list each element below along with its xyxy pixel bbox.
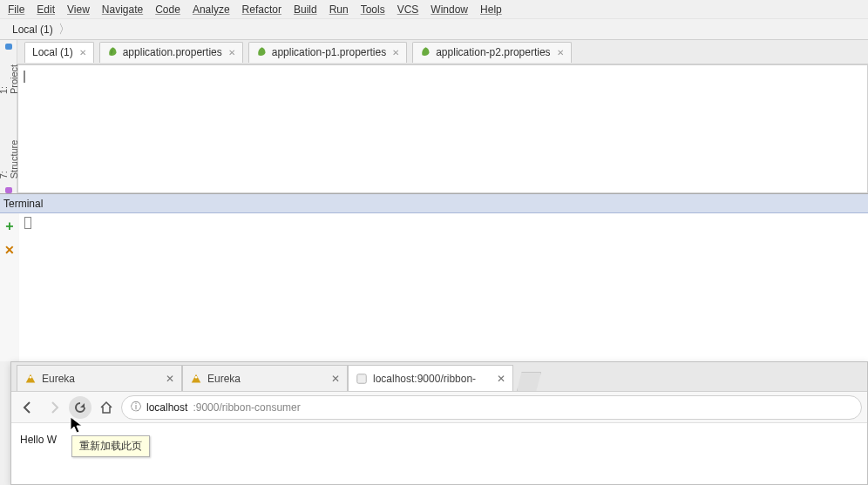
- reload-button[interactable]: [69, 396, 92, 419]
- close-icon[interactable]: ✕: [228, 48, 235, 57]
- project-tool-icon[interactable]: [5, 44, 12, 50]
- tab-label: application-p2.properties: [436, 46, 550, 58]
- menu-tools[interactable]: Tools: [356, 2, 390, 17]
- tab-label: application.properties: [123, 46, 222, 58]
- project-tool-button[interactable]: 1: Project: [0, 55, 19, 98]
- leaf-icon: [107, 47, 119, 58]
- menu-edit[interactable]: Edit: [32, 2, 59, 17]
- close-icon[interactable]: ✕: [392, 48, 399, 57]
- menu-refactor[interactable]: Refactor: [238, 2, 286, 17]
- tab-label: Local (1): [32, 46, 73, 58]
- menu-run[interactable]: Run: [325, 2, 353, 17]
- browser-window: Eureka ✕ Eureka ✕ localhost:9000/ribbon-…: [10, 361, 868, 485]
- tooltip-text: 重新加载此页: [79, 440, 142, 452]
- close-icon[interactable]: ✕: [166, 373, 174, 385]
- home-button[interactable]: [95, 396, 118, 419]
- ide-window: File Edit View Navigate Code Analyze Ref…: [0, 0, 868, 361]
- terminal-content[interactable]: [19, 213, 868, 361]
- leaf-icon: [256, 47, 268, 58]
- structure-tool-button[interactable]: 7: Structure: [0, 131, 19, 182]
- arrow-right-icon: [47, 401, 61, 414]
- url-host: localhost: [146, 401, 187, 414]
- menu-analyze[interactable]: Analyze: [188, 2, 234, 17]
- breadcrumb[interactable]: Local (1) 〉: [0, 19, 868, 40]
- browser-tab-eureka-2[interactable]: Eureka ✕: [182, 365, 348, 391]
- menu-code[interactable]: Code: [151, 2, 185, 17]
- text-cursor: [24, 71, 25, 83]
- terminal-cursor: [24, 217, 31, 229]
- breadcrumb-item: Local (1): [12, 24, 53, 36]
- reload-tooltip: 重新加载此页: [71, 435, 150, 457]
- new-tab-button[interactable]: [517, 372, 541, 391]
- favicon-icon: [24, 373, 37, 385]
- arrow-left-icon: [21, 401, 35, 414]
- menu-build[interactable]: Build: [289, 2, 322, 17]
- chevron-right-icon: 〉: [58, 22, 71, 37]
- browser-toolbar: ⓘ localhost:9000/ribbon-consumer: [11, 392, 867, 423]
- tab-label: application-p1.properties: [272, 46, 386, 58]
- tab-title: localhost:9000/ribbon-: [373, 373, 492, 385]
- address-bar[interactable]: ⓘ localhost:9000/ribbon-consumer: [121, 395, 862, 420]
- close-terminal-icon[interactable]: ✕: [4, 243, 15, 257]
- editor-tab-local[interactable]: Local (1) ✕: [24, 42, 94, 63]
- svg-rect-2: [357, 374, 367, 383]
- back-button[interactable]: [17, 396, 39, 419]
- menu-vcs[interactable]: VCS: [393, 2, 424, 17]
- terminal-panel: Terminal + ✕: [0, 193, 868, 361]
- editor-tab-application-p2[interactable]: application-p2.properties ✕: [412, 42, 571, 63]
- favicon-icon: [356, 373, 368, 385]
- terminal-toolbar: + ✕: [0, 213, 19, 361]
- editor-tab-application[interactable]: application.properties ✕: [99, 42, 243, 63]
- menu-window[interactable]: Window: [426, 2, 472, 17]
- info-icon[interactable]: ⓘ: [131, 400, 141, 414]
- close-icon[interactable]: ✕: [331, 373, 340, 385]
- svg-point-1: [195, 375, 198, 378]
- page-text: Hello W: [20, 434, 57, 446]
- reload-icon: [73, 401, 87, 414]
- browser-tab-strip: Eureka ✕ Eureka ✕ localhost:9000/ribbon-…: [11, 362, 867, 392]
- close-icon[interactable]: ✕: [557, 48, 564, 57]
- terminal-header[interactable]: Terminal: [0, 194, 868, 213]
- editor-area[interactable]: [17, 64, 868, 193]
- menu-help[interactable]: Help: [476, 2, 506, 17]
- terminal-title: Terminal: [3, 198, 43, 210]
- leaf-icon: [420, 47, 431, 58]
- structure-tool-icon[interactable]: [5, 187, 12, 193]
- add-terminal-icon[interactable]: +: [5, 219, 13, 234]
- browser-tab-localhost[interactable]: localhost:9000/ribbon- ✕: [348, 365, 513, 391]
- favicon-icon: [190, 373, 202, 385]
- url-path: :9000/ribbon-consumer: [193, 401, 300, 414]
- menu-view[interactable]: View: [63, 2, 94, 17]
- tab-title: Eureka: [42, 373, 160, 385]
- forward-button[interactable]: [43, 396, 65, 419]
- menu-file[interactable]: File: [3, 2, 29, 17]
- menu-bar: File Edit View Navigate Code Analyze Ref…: [0, 0, 868, 19]
- left-tool-strip: 1: Project 7: Structure: [0, 40, 17, 193]
- browser-tab-eureka-1[interactable]: Eureka ✕: [17, 365, 182, 391]
- close-icon[interactable]: ✕: [79, 48, 86, 57]
- menu-navigate[interactable]: Navigate: [98, 2, 147, 17]
- editor-tab-strip: Local (1) ✕ application.properties ✕ app…: [17, 40, 868, 64]
- tab-title: Eureka: [207, 373, 326, 385]
- editor-tab-application-p1[interactable]: application-p1.properties ✕: [248, 42, 407, 63]
- close-icon[interactable]: ✕: [497, 373, 505, 385]
- svg-point-0: [30, 375, 32, 378]
- home-icon: [99, 401, 113, 414]
